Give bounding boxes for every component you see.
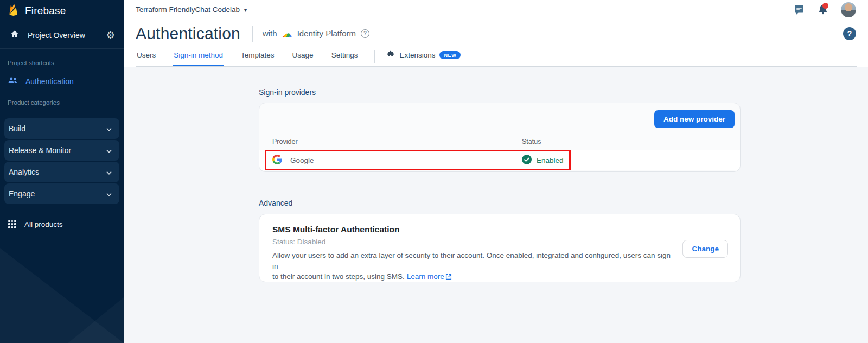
provider-name: Google [290,156,314,164]
caret-down-icon: ▾ [244,7,247,13]
with-label: with [263,29,277,38]
tab-label: Users [137,51,156,59]
tab-label: Sign-in method [174,51,223,59]
home-icon [10,29,20,41]
sidebar-item-all-products[interactable]: All products [0,216,124,232]
chevron-down-icon [106,125,112,132]
provider-status: Enabled [537,156,564,164]
firebase-console-page: Firebase Project Overview ⚙ Project shor… [0,0,868,343]
providers-card-toolbar: Add new provider [259,103,740,134]
check-circle-icon [522,155,532,166]
sidebar-category-release-monitor[interactable]: Release & Monitor [4,140,119,161]
content: Sign-in providers Add new provider Provi… [124,67,868,282]
tab-label: Templates [241,51,275,59]
provider-name-cell: Google [259,155,522,166]
provider-status-cell: Enabled [522,155,564,166]
page-header: Terraform FriendlyChat Codelab ▾ [124,0,868,67]
provider-column-header: Provider [259,138,522,145]
apps-grid-icon [8,220,16,228]
category-list: Build Release & Monitor Analytics Engage [0,118,124,204]
firebase-flame-icon [8,3,19,20]
firebase-home-link[interactable]: Firebase [0,0,124,22]
divider [374,50,375,63]
sidebar-item-project-overview[interactable]: Project Overview ⚙ [0,22,124,49]
help-circle-icon[interactable]: ? [843,27,856,40]
category-label: Engage [9,189,35,198]
release-notes-icon[interactable] [793,4,805,16]
topbar: Terraform FriendlyChat Codelab ▾ [124,0,868,19]
sidebar: Firebase Project Overview ⚙ Project shor… [0,0,124,343]
puzzle-icon [386,49,395,60]
new-badge: NEW [439,51,461,59]
description-line-2: to their account in two steps, using SMS… [272,272,405,281]
identity-platform-caption: with ☁ Identity Platform ? [263,28,369,39]
product-categories-label: Product categories [0,99,124,106]
tab-sign-in-method[interactable]: Sign-in method [173,51,224,66]
notification-dot [822,3,828,9]
main-area: Terraform FriendlyChat Codelab ▾ [124,0,868,343]
avatar[interactable] [841,2,856,17]
sms-mfa-status: Status: Disabled [272,238,727,246]
help-outline-icon[interactable]: ? [361,29,369,38]
change-button[interactable]: Change [682,240,728,258]
tab-usage[interactable]: Usage [291,51,315,66]
active-tab-indicator [173,65,224,66]
description-line-2-wrap: to their account in two steps, using SMS… [272,271,674,283]
project-selector[interactable]: Terraform FriendlyChat Codelab ▾ [136,5,247,14]
sign-in-providers-heading: Sign-in providers [259,88,868,97]
description-line-1: Allow your users to add an extra layer o… [272,250,674,271]
people-icon [8,77,18,86]
project-overview-label: Project Overview [28,31,98,40]
notifications-bell-icon[interactable] [817,3,829,16]
tab-label: Usage [292,51,314,59]
topbar-actions [793,2,856,17]
sms-mfa-description: Allow your users to add an extra layer o… [272,250,674,283]
sidebar-category-analytics[interactable]: Analytics [4,162,119,182]
breadcrumb-project-name: Terraform FriendlyChat Codelab [136,5,240,14]
tab-bar: Users Sign-in method Templates Usage Set… [136,45,857,67]
add-new-provider-button[interactable]: Add new provider [654,110,735,128]
category-label: Analytics [9,168,39,176]
providers-table-header: Provider Status [259,134,740,150]
sidebar-category-build[interactable]: Build [4,118,119,139]
tab-label: Settings [331,51,358,59]
chevron-down-icon [106,190,112,197]
gear-icon[interactable]: ⚙ [106,30,115,40]
chevron-down-icon [106,169,112,175]
learn-more-link[interactable]: Learn more [407,272,444,281]
identity-platform-label: Identity Platform [297,29,356,38]
provider-row-google[interactable]: Google Enabled [259,150,740,170]
category-label: Release & Monitor [9,146,71,155]
project-shortcuts-label: Project shortcuts [0,60,124,66]
page-title: Authentication [136,24,240,43]
extensions-label: Extensions [399,51,435,59]
sidebar-decoration [0,248,124,343]
divider [252,26,253,42]
external-link-icon [445,274,452,282]
sms-mfa-title: SMS Multi-factor Authentication [272,225,727,234]
cloud-icon: ☁ [282,28,292,39]
tab-users[interactable]: Users [136,51,157,66]
authentication-shortcut-label: Authentication [25,77,74,86]
brand-wordmark: Firebase [25,5,66,17]
google-logo-icon [272,155,282,166]
chevron-down-icon [106,147,112,154]
advanced-heading: Advanced [259,199,868,207]
category-label: Build [9,124,25,133]
sidebar-category-engage[interactable]: Engage [4,183,119,204]
title-row: Authentication with ☁ Identity Platform … [124,19,868,45]
divider [98,29,98,42]
tab-settings[interactable]: Settings [330,51,359,66]
sms-mfa-card: SMS Multi-factor Authentication Status: … [259,214,741,282]
status-column-header: Status [522,138,541,145]
tab-extensions[interactable]: Extensions NEW [386,49,461,66]
sign-in-providers-card: Add new provider Provider Status [259,103,741,172]
tab-templates[interactable]: Templates [240,51,276,66]
all-products-label: All products [24,220,63,228]
sidebar-item-authentication[interactable]: Authentication [0,74,124,88]
